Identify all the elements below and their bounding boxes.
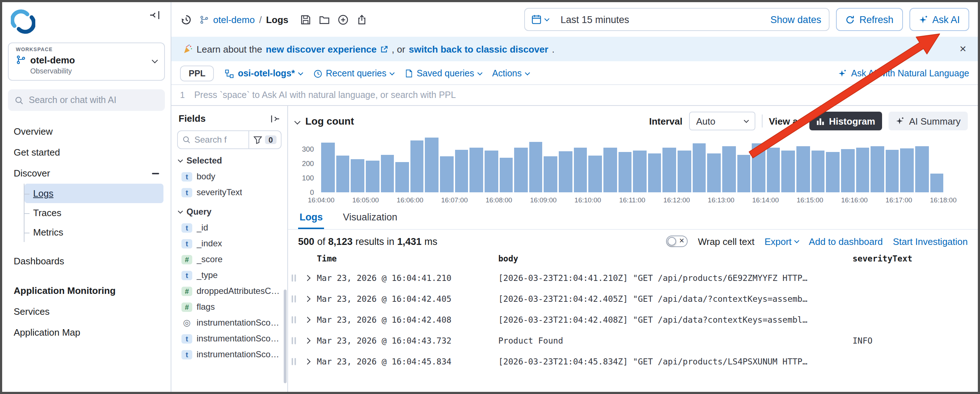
collapse-sidebar-icon[interactable]: [149, 10, 161, 21]
actions-dropdown[interactable]: Actions: [492, 69, 529, 78]
sidebar-item-dashboards[interactable]: Dashboards: [2, 250, 171, 271]
tab-visualization[interactable]: Visualization: [342, 210, 399, 229]
histogram-bar[interactable]: [870, 147, 884, 192]
fields-search-input[interactable]: [194, 135, 244, 145]
field-item[interactable]: ◎instrumentationScope: [177, 315, 282, 330]
histogram-bar[interactable]: [366, 160, 379, 192]
histogram-bar[interactable]: [336, 156, 349, 192]
table-row[interactable]: Mar 23, 2026 @ 16:04:42.408[2026-03-23T2…: [290, 309, 974, 330]
field-item[interactable]: t_type: [177, 267, 282, 283]
new-discover-link[interactable]: new discover experience: [266, 43, 377, 54]
query-fields-section[interactable]: Query: [177, 200, 282, 220]
field-item[interactable]: t_id: [177, 220, 282, 236]
column-body[interactable]: body: [498, 254, 853, 264]
histogram-bar[interactable]: [544, 157, 557, 192]
query-language-button[interactable]: PPL: [180, 65, 214, 81]
histogram-bar[interactable]: [574, 147, 587, 192]
collapse-chart-icon[interactable]: [295, 115, 299, 128]
show-dates-button[interactable]: Show dates: [762, 14, 829, 25]
histogram-bar[interactable]: [648, 154, 661, 192]
histogram-view-button[interactable]: Histogram: [809, 112, 883, 130]
histogram-bar[interactable]: [886, 150, 899, 192]
sidebar-item-logs[interactable]: Logs: [24, 183, 164, 203]
row-drag-handle[interactable]: [290, 316, 298, 323]
histogram-bar[interactable]: [500, 158, 513, 192]
field-item[interactable]: #flags: [177, 299, 282, 315]
add-to-dashboard-button[interactable]: Add to dashboard: [809, 236, 883, 247]
selected-fields-section[interactable]: Selected: [177, 149, 282, 169]
sidebar-item-metrics[interactable]: Metrics: [24, 223, 164, 242]
histogram-bar[interactable]: [708, 153, 721, 192]
row-drag-handle[interactable]: [290, 295, 298, 302]
histogram-bar[interactable]: [455, 150, 468, 192]
histogram-bar[interactable]: [900, 148, 914, 192]
histogram-bar[interactable]: [410, 141, 424, 192]
sidebar-item-traces[interactable]: Traces: [24, 203, 164, 223]
histogram-bar[interactable]: [603, 148, 617, 192]
row-expand-button[interactable]: [298, 359, 317, 364]
tab-logs[interactable]: Logs: [298, 210, 325, 229]
histogram-bar[interactable]: [678, 150, 691, 192]
field-item[interactable]: tbody: [177, 169, 282, 184]
histogram-bar[interactable]: [618, 152, 632, 192]
row-expand-button[interactable]: [298, 276, 317, 280]
share-icon[interactable]: [356, 14, 367, 25]
breadcrumb-workspace[interactable]: otel-demo: [213, 14, 255, 25]
histogram-bar[interactable]: [930, 173, 943, 192]
histogram-bar[interactable]: [470, 148, 483, 192]
histogram-bar[interactable]: [559, 151, 572, 192]
histogram-bar[interactable]: [752, 144, 765, 192]
history-icon[interactable]: [180, 13, 192, 26]
sidebar-search-input[interactable]: [29, 95, 158, 105]
interval-select[interactable]: Auto: [689, 112, 755, 130]
field-item[interactable]: tinstrumentationScope…: [177, 330, 282, 346]
histogram-bar[interactable]: [380, 155, 394, 192]
ask-ai-button[interactable]: Ask AI: [909, 8, 969, 31]
histogram-bar[interactable]: [782, 151, 795, 192]
histogram-bar[interactable]: [633, 150, 646, 192]
histogram-bar[interactable]: [321, 143, 334, 192]
histogram-bar[interactable]: [351, 159, 364, 192]
histogram-bar[interactable]: [395, 162, 409, 192]
histogram-bar[interactable]: [767, 148, 780, 192]
table-row[interactable]: Mar 23, 2026 @ 16:04:42.405[2026-03-23T2…: [290, 288, 974, 309]
recent-queries-dropdown[interactable]: Recent queries: [313, 69, 393, 78]
histogram-bar[interactable]: [425, 138, 439, 192]
field-item[interactable]: t_index: [177, 236, 282, 251]
fields-filter-button[interactable]: 0: [248, 131, 281, 148]
export-dropdown[interactable]: Export: [764, 236, 799, 247]
banner-close-icon[interactable]: ×: [959, 43, 966, 55]
classic-discover-link[interactable]: switch back to classic discover: [409, 43, 548, 54]
workspace-selector[interactable]: WORKSPACE otel-demo Observability: [8, 43, 165, 81]
row-drag-handle[interactable]: [290, 337, 298, 344]
calendar-dropdown[interactable]: [525, 9, 555, 30]
histogram-bar[interactable]: [811, 150, 824, 192]
sidebar-item-discover[interactable]: Discover: [2, 163, 171, 183]
histogram-bar[interactable]: [589, 156, 602, 192]
wrap-text-toggle[interactable]: ×: [666, 236, 688, 247]
sidebar-item-overview[interactable]: Overview: [2, 121, 171, 142]
histogram-bar[interactable]: [692, 144, 706, 192]
column-severity[interactable]: severityText: [853, 254, 974, 264]
sidebar-item-services[interactable]: Services: [2, 301, 171, 322]
field-item[interactable]: tseverityText: [177, 184, 282, 200]
column-time[interactable]: Time: [317, 254, 498, 264]
table-row[interactable]: Mar 23, 2026 @ 16:04:43.732Product Found…: [290, 330, 974, 351]
fields-scrollbar[interactable]: [284, 290, 286, 383]
histogram-bar[interactable]: [796, 147, 810, 192]
collapse-fields-icon[interactable]: [270, 113, 280, 124]
save-icon[interactable]: [300, 14, 311, 25]
sidebar-item-get-started[interactable]: Get started: [2, 142, 171, 163]
open-folder-icon[interactable]: [319, 14, 329, 25]
ai-summary-button[interactable]: AI Summary: [889, 112, 968, 130]
field-item[interactable]: tinstrumentationScope…: [177, 346, 282, 362]
field-item[interactable]: #_score: [177, 251, 282, 267]
histogram-bar[interactable]: [826, 152, 840, 192]
row-expand-button[interactable]: [298, 338, 317, 343]
row-drag-handle[interactable]: [290, 357, 298, 365]
histogram-bar[interactable]: [514, 147, 527, 192]
table-row[interactable]: Mar 23, 2026 @ 16:04:45.834[2026-03-23T2…: [290, 351, 974, 372]
ask-ai-natural-language-button[interactable]: Ask AI with Natural Language: [838, 69, 969, 78]
histogram-bar[interactable]: [841, 149, 854, 192]
table-row[interactable]: Mar 23, 2026 @ 16:04:41.210[2026-03-23T2…: [290, 267, 974, 288]
